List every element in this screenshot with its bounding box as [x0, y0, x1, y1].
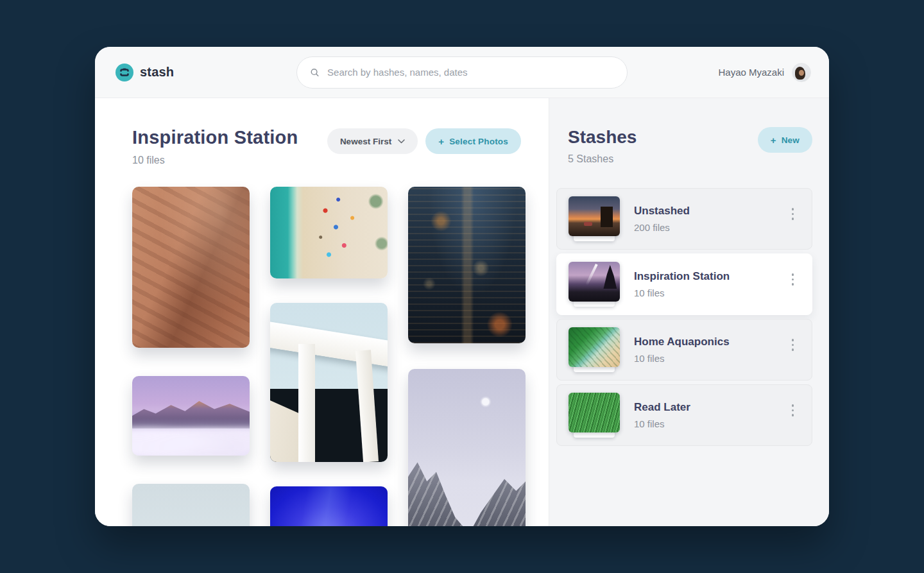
stash-title: Read Later: [634, 401, 690, 414]
search-bar[interactable]: [296, 56, 628, 89]
stash-file-count: 200 files: [634, 222, 690, 233]
thumbnail-image: [569, 393, 620, 432]
stash-file-count: 10 files: [634, 287, 730, 298]
stash-text-block: Read Later 10 files: [634, 401, 690, 429]
cloud-layer-shape: [132, 418, 250, 456]
photo-architecture[interactable]: [270, 303, 388, 462]
column-shape: [298, 344, 315, 462]
stash-thumbnail: [569, 196, 620, 241]
new-stash-label: New: [782, 135, 800, 145]
photo-dunes[interactable]: [132, 187, 250, 348]
sort-label: Newest First: [340, 137, 391, 146]
stashes-sidebar: Stashes 5 Stashes + New Unstashed 2: [549, 98, 829, 526]
content-area: Inspiration Station 10 files Newest Firs…: [95, 98, 829, 526]
stash-text-block: Unstashed 200 files: [634, 205, 690, 233]
stash-item-inspiration-station[interactable]: Inspiration Station 10 files: [556, 253, 812, 315]
main-header-row: Inspiration Station 10 files Newest Firs…: [132, 127, 521, 166]
stash-item-home-aquaponics[interactable]: Home Aquaponics 10 files: [556, 319, 812, 381]
sort-dropdown[interactable]: Newest First: [327, 128, 418, 154]
photo-jellyfish[interactable]: [270, 486, 388, 526]
search-icon: [310, 67, 320, 78]
stash-title: Unstashed: [634, 205, 690, 218]
user-menu[interactable]: Hayao Myazaki: [718, 63, 811, 82]
stash-file-count: 10 files: [634, 353, 730, 364]
select-photos-label: Select Photos: [449, 137, 508, 146]
select-photos-button[interactable]: + Select Photos: [425, 128, 521, 154]
chevron-down-icon: [398, 139, 405, 144]
app-logo[interactable]: stash: [116, 64, 174, 81]
page-title: Inspiration Station: [132, 127, 298, 148]
photo-sky[interactable]: [132, 484, 250, 526]
stash-item-unstashed[interactable]: Unstashed 200 files: [556, 188, 812, 250]
user-avatar: [792, 63, 811, 82]
user-name: Hayao Myazaki: [718, 67, 784, 78]
stash-text-block: Home Aquaponics 10 files: [634, 336, 730, 364]
search-input[interactable]: [327, 67, 614, 78]
thumbnail-image: [569, 262, 620, 302]
sidebar-header-row: Stashes 5 Stashes + New: [568, 127, 812, 165]
more-options-icon[interactable]: [788, 336, 798, 354]
stash-count: 5 Stashes: [568, 153, 637, 165]
photo-column: [408, 187, 526, 526]
stash-list: Unstashed 200 files Inspiration Station …: [556, 188, 812, 446]
more-options-icon[interactable]: [788, 402, 798, 419]
stash-title: Inspiration Station: [634, 270, 730, 283]
mountain-shape: [408, 455, 526, 526]
thumbnail-image: [569, 196, 620, 236]
app-window: stash Hayao Myazaki Inspiration Station …: [95, 47, 829, 526]
stash-thumbnail: [569, 393, 620, 438]
photo-beach[interactable]: [270, 187, 388, 278]
plus-icon: +: [771, 135, 776, 145]
sidebar-title-block: Stashes 5 Stashes: [568, 127, 637, 165]
app-header: stash Hayao Myazaki: [95, 47, 829, 98]
stash-thumbnail: [569, 327, 620, 372]
photo-column: [270, 187, 388, 526]
file-count: 10 files: [132, 155, 298, 166]
photo-grid: [132, 187, 521, 526]
photo-city-night[interactable]: [408, 187, 526, 343]
stash-item-read-later[interactable]: Read Later 10 files: [556, 384, 812, 446]
stash-title: Home Aquaponics: [634, 336, 730, 348]
new-stash-button[interactable]: + New: [758, 127, 812, 153]
stash-logo-icon: [116, 64, 133, 81]
sidebar-title: Stashes: [568, 127, 637, 148]
more-options-icon[interactable]: [788, 205, 798, 223]
stash-file-count: 10 files: [634, 418, 690, 429]
plus-icon: +: [438, 137, 444, 146]
more-options-icon[interactable]: [788, 271, 798, 288]
photo-mountain-lake[interactable]: [408, 369, 526, 526]
thumbnail-image: [569, 327, 620, 367]
stash-text-block: Inspiration Station 10 files: [634, 270, 730, 298]
photo-mountain-peaks[interactable]: [132, 376, 250, 456]
main-title-block: Inspiration Station 10 files: [132, 127, 298, 166]
main-controls: Newest First + Select Photos: [327, 128, 521, 154]
photo-column: [132, 187, 250, 526]
stash-thumbnail: [569, 262, 620, 307]
main-panel: Inspiration Station 10 files Newest Firs…: [95, 98, 549, 526]
app-name: stash: [140, 65, 174, 80]
